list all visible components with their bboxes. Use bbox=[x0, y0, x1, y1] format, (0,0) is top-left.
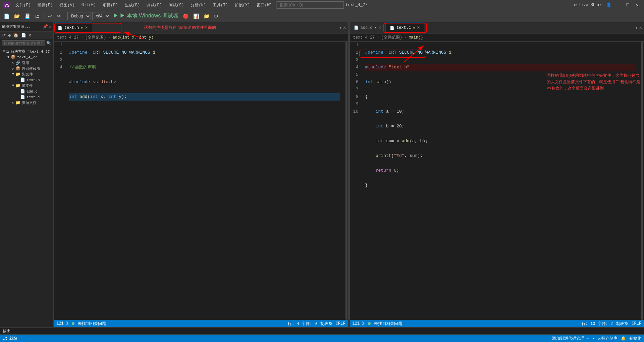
ext-icon: 📦 bbox=[15, 66, 20, 71]
tab-text-h[interactable]: 📄 text.h ● × bbox=[54, 22, 92, 33]
res-label: 资源文件 bbox=[22, 100, 37, 105]
left-status-bar: 121 % 未找到相关问题 行: 4 字符: 9 制表符 CRLF bbox=[54, 320, 348, 327]
tab-close-btn[interactable]: × bbox=[85, 25, 88, 31]
close-button[interactable]: ✕ bbox=[634, 2, 641, 8]
menu-tools[interactable]: 工具(T) bbox=[210, 2, 231, 9]
save-btn[interactable]: 💾 bbox=[23, 12, 32, 20]
right-dropdown-btn[interactable]: ▾ bbox=[635, 25, 638, 31]
menu-window[interactable]: 窗口(W) bbox=[254, 2, 275, 9]
menu-debug[interactable]: 调试(D) bbox=[144, 2, 165, 9]
menu-view[interactable]: 视图(V) bbox=[57, 2, 77, 9]
show-files-btn[interactable]: 📄 bbox=[20, 33, 27, 38]
output-label[interactable]: 输出 bbox=[3, 328, 11, 334]
breadcrumb-sep-1: › bbox=[81, 35, 83, 40]
add-source-btn[interactable]: 添加到源代码管理 ▾ bbox=[552, 336, 589, 341]
undo-btn[interactable]: ↩ bbox=[46, 12, 54, 20]
start-debug-btn[interactable]: ▶ ▶ 本地 Windows 调试器 bbox=[112, 12, 180, 19]
open-btn[interactable]: 📂 bbox=[12, 12, 21, 20]
solution-label: 解决方案 'text_4_27' bbox=[11, 49, 52, 54]
left-format: 制表符 bbox=[320, 321, 332, 327]
expand-icon: ▼ bbox=[11, 84, 15, 88]
left-line-numbers: 1 2 3 4 bbox=[54, 42, 66, 320]
live-share-label: Live Share bbox=[579, 3, 603, 7]
title-text: text_4_27 bbox=[346, 3, 368, 7]
solution-explorer-title: 解决方案资源... bbox=[2, 24, 31, 29]
tree-text-c[interactable]: 📄 text.c bbox=[0, 94, 53, 100]
tab-text-c-close[interactable]: × bbox=[417, 25, 420, 31]
right-zoom[interactable]: 121 % bbox=[353, 321, 365, 326]
tab-text-c[interactable]: 📄 text.c ● × bbox=[386, 22, 424, 33]
menu-test[interactable]: 测试(S) bbox=[166, 2, 187, 9]
perf-btn[interactable]: 📊 bbox=[192, 12, 201, 20]
folder-btn[interactable]: 📁 bbox=[202, 12, 211, 20]
tree-text-h[interactable]: 📄 text.h bbox=[0, 77, 53, 83]
solution-search-input[interactable] bbox=[2, 40, 45, 46]
left-tabs: 📄 text.h ● × bbox=[54, 22, 92, 33]
right-tabs: 📄 add.c ● × 📄 text.c ● × bbox=[350, 22, 424, 33]
file-icon: 📄 bbox=[20, 89, 25, 94]
left-status-text: 未找到相关问题 bbox=[78, 321, 106, 327]
menu-edit[interactable]: 编辑(E) bbox=[35, 2, 56, 9]
expand-icon: ▼ bbox=[11, 72, 15, 76]
window-controls: ─ □ ✕ bbox=[615, 2, 641, 8]
right-line-numbers: 1 2 3 4 5 6 7 8 9 10 bbox=[350, 42, 362, 320]
tree-solution[interactable]: ▼ 🗂 解决方案 'text_4_27' bbox=[0, 49, 53, 54]
tree-ext-deps[interactable]: ▷ 📦 外部依赖项 bbox=[0, 66, 53, 71]
right-code-content[interactable]: #define _CRT_SECURE_NO_WARNINGS 1 #inclu… bbox=[362, 42, 640, 320]
file-tree: ▼ 🗂 解决方案 'text_4_27' ▼ 📦 text_4_27 ▷ 🔗 引… bbox=[0, 47, 53, 327]
dropdown-btn[interactable]: ▾ bbox=[339, 25, 342, 31]
pin-icon[interactable]: 📌 bbox=[43, 24, 48, 29]
menu-extensions[interactable]: 扩展(X) bbox=[232, 2, 253, 9]
tree-add-c[interactable]: 📄 add.c bbox=[0, 89, 53, 94]
left-scrollbar[interactable] bbox=[343, 42, 348, 320]
tab-text-c-label: text.c bbox=[396, 25, 411, 30]
texth-label: text.h bbox=[26, 78, 40, 82]
props-btn[interactable]: 🏠 bbox=[12, 33, 19, 38]
left-code-editor[interactable]: 1 2 3 4 #define _CRT_SECURE_NO_WARNINGS … bbox=[54, 42, 348, 320]
user-icon[interactable]: 👤 bbox=[606, 2, 611, 8]
right-status-text: 未找到相关问题 bbox=[374, 321, 402, 327]
menu-project[interactable]: 项目(P) bbox=[100, 2, 121, 9]
tab-add-c-close[interactable]: × bbox=[379, 25, 381, 31]
debug-config-dropdown[interactable]: Debug bbox=[67, 12, 91, 20]
left-zoom[interactable]: 121 % bbox=[56, 321, 68, 326]
select-repo-btn[interactable]: ▾ 选择存储库 bbox=[593, 336, 618, 341]
tab-modified-indicator: ● bbox=[81, 26, 83, 30]
close-all-btn[interactable]: ✕ bbox=[343, 25, 346, 31]
sync-btn[interactable]: ⟳ bbox=[1, 33, 7, 38]
sources-label: 源文件 bbox=[22, 83, 33, 88]
new-project-btn[interactable]: 📄 bbox=[2, 12, 11, 20]
tree-sources[interactable]: ▼ 📁 源文件 bbox=[0, 83, 53, 89]
tree-references[interactable]: ▷ 🔗 引用 bbox=[0, 60, 53, 66]
right-scrollbar[interactable] bbox=[639, 42, 644, 320]
menu-file[interactable]: 文件(F) bbox=[13, 2, 34, 9]
platform-dropdown[interactable]: x64 bbox=[92, 12, 110, 20]
title-search-input[interactable] bbox=[277, 1, 344, 9]
close-panel-icon[interactable]: ✕ bbox=[49, 24, 51, 29]
right-close-all[interactable]: ✕ bbox=[639, 25, 642, 31]
misc-btn[interactable]: ⚙ bbox=[212, 12, 220, 20]
menu-git[interactable]: Git(G) bbox=[79, 2, 99, 8]
tree-project[interactable]: ▼ 📦 text_4_27 bbox=[0, 54, 53, 60]
redo-btn[interactable]: ↪ bbox=[55, 12, 62, 20]
scrollbar-thumb bbox=[345, 42, 347, 320]
attach-btn[interactable]: 🔴 bbox=[181, 12, 190, 20]
menu-analyze[interactable]: 分析(N) bbox=[188, 2, 209, 9]
right-breadcrumb-scope: (全局范围) bbox=[381, 35, 402, 40]
settings-btn[interactable]: ⚙ bbox=[28, 33, 32, 38]
save-all-btn[interactable]: 🗂 bbox=[33, 12, 41, 20]
tree-resources[interactable]: ▷ 📁 资源文件 bbox=[0, 100, 53, 106]
sources-icon: 📁 bbox=[15, 83, 20, 88]
search-icon[interactable]: 🔍 bbox=[46, 41, 51, 46]
menu-build[interactable]: 生成(B) bbox=[122, 2, 143, 9]
maximize-button[interactable]: □ bbox=[624, 2, 631, 8]
tree-headers[interactable]: ▼ 📁 头文件 bbox=[0, 71, 53, 77]
minimize-button[interactable]: ─ bbox=[615, 2, 622, 8]
filter-btn[interactable]: ◐ bbox=[7, 33, 12, 38]
right-code-editor[interactable]: 1 2 3 4 5 6 7 8 9 10 #define _CRT_SECURE… bbox=[350, 42, 644, 320]
tab-add-c[interactable]: 📄 add.c ● × bbox=[350, 22, 386, 33]
solution-explorer-header: 解决方案资源... 📌 ✕ bbox=[0, 22, 53, 32]
left-code-content[interactable]: #define _CRT_SECURE_NO_WARNINGS 1 //函数的声… bbox=[66, 42, 343, 320]
right-editor-pane: 📄 add.c ● × 📄 text.c ● × ▾ bbox=[350, 22, 644, 327]
live-share-button[interactable]: ⟳ Live Share bbox=[574, 3, 603, 8]
